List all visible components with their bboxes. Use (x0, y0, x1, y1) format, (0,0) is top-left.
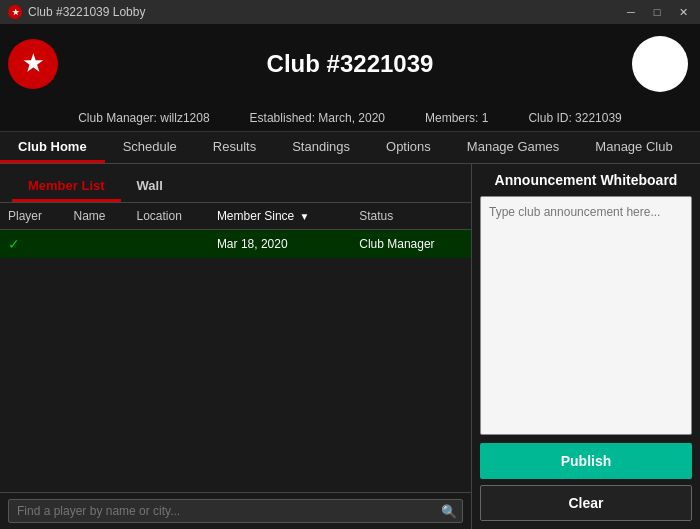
member-table: Player Name Location Member Since ▼ Stat… (0, 203, 471, 258)
tab-manage-club[interactable]: Manage Club (577, 132, 690, 163)
clear-button[interactable]: Clear (480, 485, 692, 521)
search-input[interactable] (8, 499, 463, 523)
cell-member-since: Mar 18, 2020 (209, 230, 351, 259)
right-panel: Announcement Whiteboard Publish Clear (472, 164, 700, 529)
tab-club-home[interactable]: Club Home (0, 132, 105, 163)
cell-check: ✓ (0, 230, 66, 259)
title-bar-text: Club #3221039 Lobby (28, 5, 145, 19)
club-id-info: Club ID: 3221039 (528, 111, 621, 125)
member-table-body: ✓ Mar 18, 2020 Club Manager (0, 230, 471, 259)
logo-star: ★ (23, 51, 43, 77)
title-bar-controls[interactable]: ─ □ ✕ (622, 5, 692, 19)
search-wrapper: 🔍 (8, 499, 463, 523)
sort-arrow-icon: ▼ (300, 211, 310, 222)
established-info: Established: March, 2020 (250, 111, 385, 125)
logo: ★ (8, 39, 58, 89)
col-member-since[interactable]: Member Since ▼ (209, 203, 351, 230)
app-icon: ★ (8, 5, 22, 19)
announcement-textarea[interactable] (480, 196, 692, 435)
avatar (632, 36, 688, 92)
table-row[interactable]: ✓ Mar 18, 2020 Club Manager (0, 230, 471, 259)
club-manager-info: Club Manager: willz1208 (78, 111, 209, 125)
tab-schedule[interactable]: Schedule (105, 132, 195, 163)
sub-tabs: Member List Wall (0, 164, 471, 203)
maximize-button[interactable]: □ (648, 5, 666, 19)
subtab-member-list[interactable]: Member List (12, 172, 121, 202)
publish-button[interactable]: Publish (480, 443, 692, 479)
tab-results[interactable]: Results (195, 132, 274, 163)
col-player[interactable]: Player (0, 203, 66, 230)
info-bar: Club Manager: willz1208 Established: Mar… (0, 104, 700, 132)
club-title: Club #3221039 (267, 50, 434, 78)
close-button[interactable]: ✕ (674, 5, 692, 19)
tab-options[interactable]: Options (368, 132, 449, 163)
col-status[interactable]: Status (351, 203, 471, 230)
tab-standings[interactable]: Standings (274, 132, 368, 163)
nav-tabs: Club Home Schedule Results Standings Opt… (0, 132, 700, 164)
col-name[interactable]: Name (66, 203, 129, 230)
tab-manage-games[interactable]: Manage Games (449, 132, 578, 163)
header: ★ Club #3221039 (0, 24, 700, 104)
left-panel: Member List Wall Player Name Location Me… (0, 164, 472, 529)
col-location[interactable]: Location (128, 203, 208, 230)
cell-status: Club Manager (351, 230, 471, 259)
search-bar: 🔍 (0, 492, 471, 529)
members-info: Members: 1 (425, 111, 488, 125)
cell-player (66, 230, 129, 259)
subtab-wall[interactable]: Wall (121, 172, 179, 202)
title-bar: ★ Club #3221039 Lobby ─ □ ✕ (0, 0, 700, 24)
minimize-button[interactable]: ─ (622, 5, 640, 19)
search-icon: 🔍 (441, 504, 457, 519)
cell-location (128, 230, 208, 259)
title-bar-left: ★ Club #3221039 Lobby (8, 5, 145, 19)
member-table-container: Player Name Location Member Since ▼ Stat… (0, 203, 471, 492)
main-content: Member List Wall Player Name Location Me… (0, 164, 700, 529)
table-header-row: Player Name Location Member Since ▼ Stat… (0, 203, 471, 230)
whiteboard-title: Announcement Whiteboard (480, 172, 692, 188)
